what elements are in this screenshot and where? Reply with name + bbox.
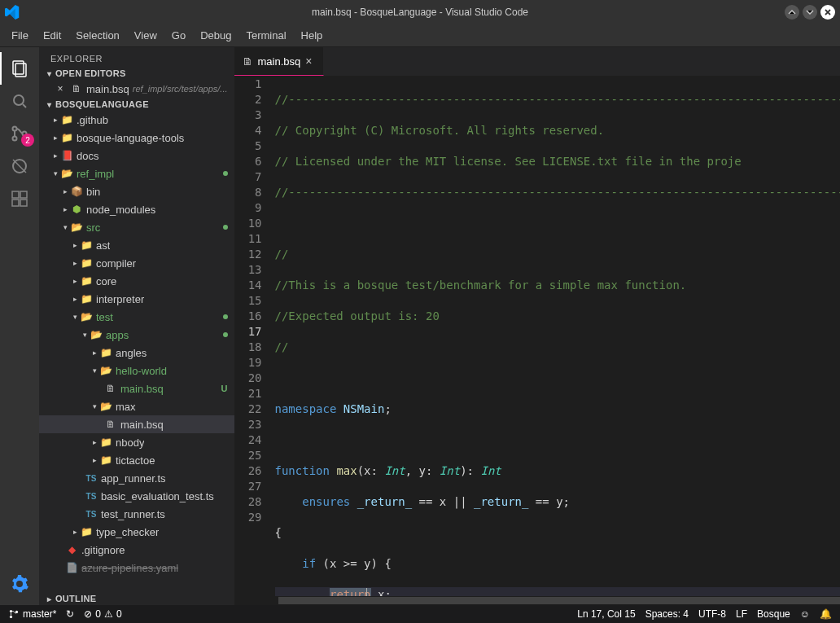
status-lncol[interactable]: Ln 17, Col 15 (572, 608, 640, 620)
status-feedback-icon[interactable]: ☺ (795, 608, 815, 620)
status-bar: master* ↻ ⊘0 ⚠0 Ln 17, Col 15 Spaces: 4 … (0, 605, 840, 623)
tree-file-apprunner[interactable]: TSapp_runner.ts (39, 469, 234, 487)
activity-explorer[interactable] (0, 52, 39, 85)
tree-file-max-main[interactable]: 🗎main.bsq (39, 415, 234, 433)
workspace-header[interactable]: ▾ BOSQUELANGUAGE (39, 98, 234, 111)
editor-area: 🗎 main.bsq × ••• 12345 678910 1112131415… (234, 47, 840, 605)
folder-icon: ⬢ (70, 204, 83, 215)
tree-folder-typechecker[interactable]: ▸📁type_checker (39, 523, 234, 541)
warning-icon: ⚠ (104, 608, 113, 620)
tab-main-bsq[interactable]: 🗎 main.bsq × (234, 47, 324, 76)
status-eol[interactable]: LF (731, 608, 752, 620)
code-editor[interactable]: 12345 678910 1112131415 1617181920 21222… (234, 76, 840, 596)
open-editors-header[interactable]: ▾ OPEN EDITORS (39, 67, 234, 80)
menu-selection[interactable]: Selection (69, 28, 125, 43)
scrollbar-thumb[interactable] (278, 597, 840, 604)
menu-terminal[interactable]: Terminal (239, 28, 292, 43)
menu-edit[interactable]: Edit (37, 28, 68, 43)
tree-file-basiceval[interactable]: TSbasic_evaluation_test.ts (39, 487, 234, 505)
tree-folder-angles[interactable]: ▸📁angles (39, 344, 234, 362)
svg-point-4 (13, 137, 17, 141)
tree-folder-src[interactable]: ▾📂src (39, 218, 234, 236)
menu-view[interactable]: View (128, 28, 164, 43)
activity-search[interactable] (0, 85, 39, 117)
tree-folder-core[interactable]: ▸📁core (39, 272, 234, 290)
svg-point-14 (15, 611, 18, 613)
close-icon[interactable]: × (54, 83, 67, 94)
tree-folder-github[interactable]: ▸📁.github (39, 111, 234, 129)
file-icon: 🗎 (70, 83, 83, 94)
tree-file-hello-main[interactable]: 🗎main.bsqU (39, 380, 234, 397)
folder-open-icon: 📂 (99, 401, 112, 412)
tree-folder-max[interactable]: ▾📂max (39, 397, 234, 415)
folder-icon: 📁 (80, 239, 93, 251)
tree-file-testrunner[interactable]: TStest_runner.ts (39, 505, 234, 523)
modified-dot (223, 225, 228, 230)
maximize-button[interactable] (803, 5, 817, 20)
tree-folder-nodemodules[interactable]: ▸⬢node_modules (39, 200, 234, 218)
status-encoding[interactable]: UTF-8 (693, 608, 731, 620)
activity-extensions[interactable] (0, 182, 39, 215)
folder-icon: 📁 (80, 275, 93, 287)
tree-folder-btools[interactable]: ▸📁bosque-language-tools (39, 129, 234, 147)
svg-point-2 (14, 95, 24, 105)
file-icon: 🗎 (104, 419, 117, 430)
close-button[interactable] (820, 5, 835, 20)
window-title: main.bsq - BosqueLanguage - Visual Studi… (312, 7, 528, 18)
status-branch[interactable]: master* (3, 608, 61, 620)
folder-icon: 📕 (60, 150, 73, 161)
folder-icon: 📁 (99, 437, 112, 448)
folder-icon: 📁 (80, 293, 93, 305)
svg-rect-8 (12, 200, 19, 206)
tree-folder-test[interactable]: ▾📂test (39, 308, 234, 326)
ts-icon: TS (85, 474, 98, 483)
vscode-icon (0, 0, 24, 24)
folder-open-icon: 📂 (60, 168, 73, 179)
horizontal-scrollbar[interactable] (234, 596, 840, 605)
folder-open-icon: 📂 (90, 329, 103, 340)
tree-folder-tictactoe[interactable]: ▸📁tictactoe (39, 451, 234, 469)
activity-debug[interactable] (0, 150, 39, 182)
tree-folder-docs[interactable]: ▸📕docs (39, 147, 234, 165)
ts-icon: TS (85, 492, 98, 501)
open-editor-item[interactable]: × 🗎 main.bsq ref_impl/src/test/apps/... (39, 80, 234, 98)
folder-icon: 📁 (80, 526, 93, 537)
menu-file[interactable]: File (5, 28, 35, 43)
code-content[interactable]: //--------------------------------------… (275, 76, 840, 596)
tree-file-gitignore[interactable]: ◆.gitignore (39, 541, 234, 559)
tree-folder-bin[interactable]: ▸📦bin (39, 182, 234, 200)
open-editor-name: main.bsq (86, 83, 129, 95)
status-problems[interactable]: ⊘0 ⚠0 (79, 608, 126, 620)
outline-header[interactable]: ▸ OUTLINE (39, 592, 234, 605)
tree-folder-interpreter[interactable]: ▸📁interpreter (39, 290, 234, 308)
status-bell-icon[interactable]: 🔔 (815, 608, 837, 620)
tab-bar: 🗎 main.bsq × ••• (234, 47, 840, 76)
chevron-right-icon: ▸ (44, 594, 55, 603)
tree-folder-refimpl[interactable]: ▾📂ref_impl (39, 165, 234, 182)
tree-folder-hello[interactable]: ▾📂hello-world (39, 362, 234, 380)
tree-folder-apps[interactable]: ▾📂apps (39, 326, 234, 344)
status-spaces[interactable]: Spaces: 4 (641, 608, 693, 620)
explorer-sidebar: EXPLORER ▾ OPEN EDITORS × 🗎 main.bsq ref… (39, 47, 234, 605)
menu-debug[interactable]: Debug (194, 28, 238, 43)
close-tab-icon[interactable]: × (305, 55, 312, 68)
ts-icon: TS (85, 510, 98, 519)
tree-folder-nbody[interactable]: ▸📁nbody (39, 433, 234, 451)
tab-label: main.bsq (258, 55, 301, 68)
status-sync[interactable]: ↻ (61, 608, 79, 620)
activity-bar: 2 (0, 47, 39, 605)
activity-scm[interactable]: 2 (0, 117, 39, 150)
modified-dot (223, 171, 228, 176)
menu-go[interactable]: Go (165, 28, 192, 43)
tree-file-azure[interactable]: 📄azure-pipelines.yaml (39, 559, 234, 577)
minimize-button[interactable] (785, 5, 799, 20)
tree-folder-compiler[interactable]: ▸📁compiler (39, 254, 234, 272)
folder-open-icon: 📂 (70, 222, 83, 233)
open-editors-label: OPEN EDITORS (55, 68, 126, 78)
file-tree[interactable]: ▸📁.github ▸📁bosque-language-tools ▸📕docs… (39, 111, 234, 592)
menu-help[interactable]: Help (295, 28, 330, 43)
svg-rect-9 (20, 200, 27, 206)
tree-folder-ast[interactable]: ▸📁ast (39, 236, 234, 254)
status-language[interactable]: Bosque (752, 608, 795, 620)
settings-gear-icon[interactable] (0, 568, 39, 600)
